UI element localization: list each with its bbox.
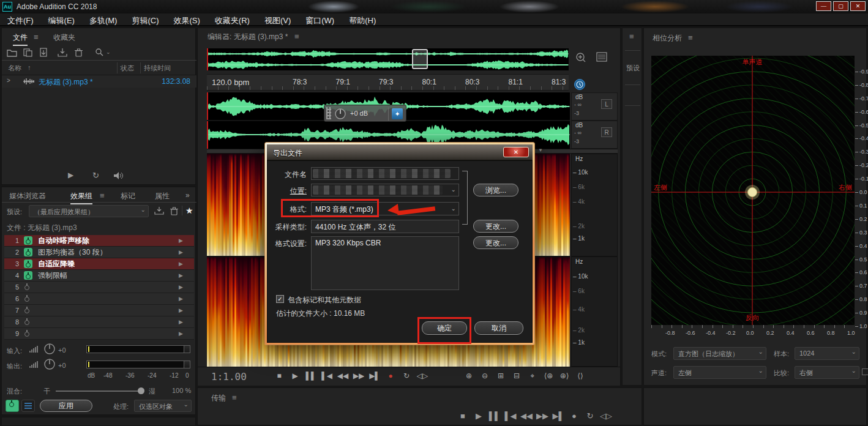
- timeline-ruler[interactable]: 120.0 bpm 78:379:179:380:180:381:181:3: [207, 74, 569, 91]
- effect-slot-2[interactable]: 2图形均衡器（30 段）▶: [4, 247, 194, 258]
- search-chevron-icon[interactable]: ⌄: [106, 49, 111, 55]
- right-channel-badge[interactable]: R: [601, 127, 612, 137]
- mix-slider-track[interactable]: [56, 390, 143, 392]
- effect-power-toggle[interactable]: [24, 248, 32, 256]
- preview-play-icon[interactable]: ▶: [68, 171, 73, 179]
- file-name[interactable]: 无标题 (3).mp3 *: [39, 77, 93, 88]
- hud-volume-knob[interactable]: [334, 108, 346, 120]
- menu-item-1[interactable]: 编辑(E): [41, 13, 82, 26]
- skip-end-button[interactable]: ▶▌: [550, 411, 566, 420]
- sort-arrow-icon[interactable]: ↑: [28, 64, 31, 71]
- minimize-button[interactable]: —: [816, 1, 831, 11]
- channel-combo[interactable]: 左侧⌄: [673, 366, 766, 379]
- pause-button[interactable]: ▌▌: [303, 372, 319, 380]
- change-settings-button[interactable]: 更改...: [473, 236, 518, 249]
- record-button[interactable]: ●: [383, 372, 398, 380]
- mode-combo[interactable]: 直方图（日志缩放）⌄: [673, 347, 766, 360]
- play-button[interactable]: ▶: [471, 411, 487, 420]
- stop-button[interactable]: ■: [455, 411, 471, 420]
- record-button[interactable]: ●: [566, 411, 582, 420]
- stop-button[interactable]: ■: [271, 372, 287, 380]
- dialog-close-button[interactable]: ✕: [503, 147, 529, 157]
- output-gain-knob[interactable]: [43, 358, 56, 370]
- compare-combo[interactable]: 右侧⌄: [795, 366, 859, 379]
- effect-slot-9[interactable]: 9▶: [4, 328, 194, 340]
- menu-item-2[interactable]: 多轨(M): [82, 13, 125, 26]
- volume-hud[interactable]: +0 dB ✦: [324, 105, 406, 122]
- zoom-reset-button[interactable]: ⌖: [525, 372, 541, 380]
- cancel-button[interactable]: 取消: [474, 321, 523, 335]
- filename-field[interactable]: [311, 167, 459, 180]
- import-file-icon[interactable]: [39, 48, 50, 58]
- effect-slot-8[interactable]: 8▶: [4, 316, 194, 328]
- tab-media-browser[interactable]: 媒体浏览器: [9, 191, 46, 201]
- loop-playback-button[interactable]: ↻: [398, 372, 414, 380]
- zoom-selection-left-button[interactable]: ⟨⊕: [541, 372, 556, 380]
- auto-play-speaker-icon[interactable]: [113, 171, 124, 180]
- open-folder-icon[interactable]: [7, 48, 18, 58]
- delete-preset-icon[interactable]: [170, 206, 179, 216]
- zoom-selection-button[interactable]: ⟨⟩: [572, 372, 588, 380]
- column-duration[interactable]: 持续时间: [144, 64, 171, 73]
- menu-item-0[interactable]: 文件(F): [0, 13, 41, 26]
- effect-power-toggle[interactable]: [24, 271, 32, 280]
- menu-item-7[interactable]: 窗口(W): [298, 13, 342, 26]
- phase-checkbox[interactable]: [862, 368, 868, 375]
- trash-icon[interactable]: [74, 48, 84, 58]
- tab-files[interactable]: 文件: [13, 32, 28, 46]
- menu-item-4[interactable]: 效果(S): [166, 13, 208, 26]
- location-combo[interactable]: ⌄: [311, 184, 459, 196]
- effect-power-toggle[interactable]: [24, 297, 29, 302]
- hud-grip-icon[interactable]: [326, 107, 331, 119]
- waveform-display[interactable]: +0 dB ✦: [207, 92, 570, 149]
- slot-arrow-icon[interactable]: ▶: [179, 282, 183, 293]
- skip-start-button[interactable]: ▌◀: [319, 372, 335, 380]
- transport-panel-menu-icon[interactable]: ≡: [232, 393, 237, 402]
- tab-overflow[interactable]: »: [185, 191, 190, 200]
- process-combo[interactable]: 仅选区对象⌄: [134, 400, 192, 412]
- search-icon[interactable]: [95, 48, 105, 58]
- hud-settings-icon[interactable]: ✦: [392, 108, 403, 119]
- effect-power-toggle[interactable]: [24, 285, 29, 290]
- zoom-out-button[interactable]: ⊖: [477, 372, 493, 380]
- slot-arrow-icon[interactable]: ▶: [179, 258, 183, 270]
- zoom-in-time-button[interactable]: ⊞: [493, 372, 509, 380]
- overview-waveform[interactable]: [207, 48, 569, 70]
- clock-icon[interactable]: [574, 79, 585, 90]
- preview-loop-icon[interactable]: ↻: [92, 171, 99, 180]
- zoom-in-button[interactable]: ⊕: [461, 372, 477, 380]
- tab-favorites[interactable]: 收藏夹: [53, 32, 75, 43]
- slot-arrow-icon[interactable]: ▶: [179, 316, 183, 328]
- menu-item-5[interactable]: 收藏夹(R): [208, 13, 257, 26]
- panel-list-icon[interactable]: [596, 51, 608, 62]
- tab-markers[interactable]: 标记: [121, 191, 135, 201]
- effect-slot-4[interactable]: 4强制限幅▶: [4, 270, 194, 282]
- slot-arrow-icon[interactable]: ▶: [179, 247, 183, 258]
- change-sample-button[interactable]: 更改...: [473, 220, 518, 233]
- apply-button[interactable]: 应用: [40, 400, 92, 412]
- browse-button[interactable]: 浏览...: [473, 184, 518, 196]
- column-status[interactable]: 状态: [121, 64, 134, 73]
- skip-selection-button[interactable]: ◁▷: [414, 372, 430, 380]
- effect-slot-6[interactable]: 6▶: [4, 293, 194, 305]
- rewind-button[interactable]: ◀◀: [335, 372, 351, 380]
- editor-panel-menu-icon[interactable]: ≡: [294, 32, 299, 41]
- time-display[interactable]: 1:1.00: [211, 371, 247, 383]
- menu-item-3[interactable]: 剪辑(C): [124, 13, 166, 26]
- skip-start-button[interactable]: ▌◀: [503, 411, 518, 420]
- phase-panel-menu-icon[interactable]: ≡: [688, 33, 693, 42]
- preset-combo[interactable]: （最后应用效果组）⌄: [29, 205, 149, 217]
- zoom-out-time-button[interactable]: ⊟: [509, 372, 525, 380]
- slot-arrow-icon[interactable]: ▶: [179, 235, 183, 247]
- favorite-star-icon[interactable]: ★: [185, 206, 193, 215]
- files-panel-menu-icon[interactable]: ≡: [34, 32, 39, 42]
- io-routing-icon[interactable]: [21, 400, 35, 412]
- zoom-selection-right-button[interactable]: ⊕⟩: [556, 372, 572, 380]
- effect-power-toggle[interactable]: [24, 236, 32, 245]
- loop-playback-button[interactable]: ↻: [582, 411, 598, 420]
- slot-arrow-icon[interactable]: ▶: [179, 293, 183, 305]
- save-icon[interactable]: [57, 48, 68, 58]
- effect-power-toggle[interactable]: [24, 260, 32, 268]
- slot-arrow-icon[interactable]: ▶: [179, 270, 183, 282]
- rewind-button[interactable]: ◀◀: [518, 411, 534, 420]
